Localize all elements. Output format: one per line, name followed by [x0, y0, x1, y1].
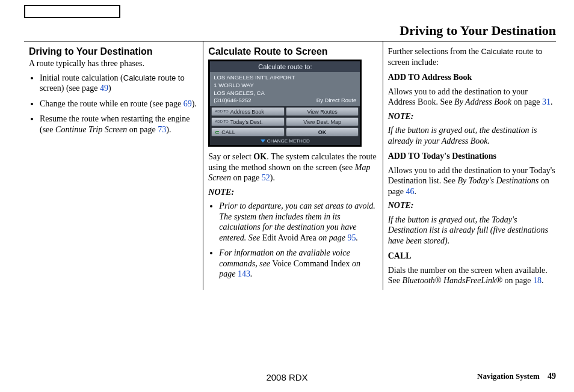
screenshot-btn-address-book: ADD TOAddress Book — [211, 107, 285, 116]
text: ). — [192, 99, 197, 108]
page-ref[interactable]: 46 — [406, 187, 415, 196]
call-icon: ⊂ — [215, 129, 220, 135]
btn-prefix: ADD TO — [215, 110, 228, 113]
page-ref[interactable]: 18 — [533, 276, 542, 285]
screenshot-btn-call: ⊂CALL — [211, 127, 285, 136]
page-ref[interactable]: 143 — [238, 269, 250, 278]
content-columns: Driving to Your Destination A route typi… — [24, 41, 556, 290]
screenshot-line: 1 WORLD WAY — [214, 82, 356, 90]
column-1: Driving to Your Destination A route typi… — [24, 41, 203, 290]
text-italic: Continue Trip Screen — [55, 125, 127, 134]
section-text: Dials the number on the screen when avai… — [388, 265, 556, 286]
column-2: Calculate Route to Screen Calculate rout… — [203, 41, 383, 290]
top-empty-box — [24, 5, 120, 18]
text: . — [250, 269, 253, 278]
text: on page — [511, 97, 542, 106]
text-sans: Calculate route to — [481, 47, 542, 56]
footer-label: Navigation System — [477, 372, 540, 381]
text: Initial route calculation ( — [40, 73, 123, 82]
footer-model: 2008 RDX — [266, 372, 307, 382]
col1-list: Initial route calculation (Calculate rou… — [29, 73, 197, 135]
screenshot-btn-ok: OK — [286, 127, 359, 136]
section-heading: ADD TO Address Book — [388, 72, 556, 83]
text: screen include: — [388, 58, 439, 67]
text: ). — [166, 125, 171, 134]
text-sans: Calculate route to — [123, 73, 185, 82]
text: on page — [502, 276, 533, 285]
text: . — [415, 187, 417, 196]
col2-paragraph: Say or select OK. The system calculates … — [208, 152, 376, 183]
footer-pager: Navigation System 49 — [477, 372, 556, 381]
btn-label: CALL — [221, 129, 235, 135]
note-heading: NOTE: — [388, 111, 556, 122]
section-heading: CALL — [388, 251, 556, 262]
page-title: Driving to Your Destination — [24, 23, 556, 41]
text: Say or select — [208, 152, 253, 161]
screenshot-footer: CHANGE METHOD — [210, 138, 360, 145]
screenshot-line: LOS ANGELES, CA — [214, 90, 356, 97]
screenshot-body: LOS ANGELES INT'L AIRPORT 1 WORLD WAY LO… — [210, 72, 360, 106]
list-item: For information on the available voice c… — [219, 248, 376, 280]
page-ref[interactable]: 31 — [542, 97, 551, 106]
list-item: Change the route while en route (see pag… — [40, 99, 197, 109]
nav-screenshot: Calculate route to: LOS ANGELES INT'L AI… — [208, 60, 362, 147]
section-heading: ADD TO Today's Destinations — [388, 151, 556, 162]
screenshot-title: Calculate route to: — [210, 61, 360, 72]
screenshot-line: LOS ANGELES INT'L AIRPORT — [214, 74, 356, 82]
note-text: If the button is grayed out, the destina… — [388, 125, 556, 146]
section-text: Allows you to add the destination to you… — [388, 165, 556, 197]
text: Change the route while en route (see pag… — [40, 99, 184, 108]
screenshot-route: By Direct Route — [316, 97, 357, 105]
text: ). — [270, 173, 275, 182]
note-heading: NOTE: — [388, 200, 556, 211]
text: on page — [316, 233, 348, 242]
triangle-down-icon — [261, 139, 265, 142]
note-list: Prior to departure, you can set areas to… — [208, 201, 376, 280]
col1-heading: Driving to Your Destination — [29, 46, 197, 57]
page-ref[interactable]: 95 — [347, 233, 356, 242]
page-ref[interactable]: 52 — [262, 173, 270, 182]
text: . — [542, 276, 544, 285]
screenshot-footer-text: CHANGE METHOD — [267, 138, 310, 144]
page-ref[interactable]: 69 — [184, 99, 192, 108]
text-roman: Voice Command Index — [273, 259, 350, 268]
page-ref[interactable]: 49 — [100, 84, 108, 93]
screenshot-btn-view-dest-map: View Dest. Map — [286, 117, 359, 126]
btn-prefix: ADD TO — [215, 120, 228, 123]
note-text: If the button is grayed out, the Today's… — [388, 215, 556, 247]
screenshot-btn-view-routes: View Routes — [286, 107, 359, 116]
list-item: Prior to departure, you can set areas to… — [219, 201, 376, 243]
text: on page — [231, 173, 262, 182]
column-3: Further selections from the Calculate ro… — [383, 41, 556, 290]
btn-label: Address Book — [230, 109, 264, 115]
text-italic: Bluetooth® HandsFreeLink® — [402, 276, 502, 285]
section-text: Allows you to add the destination to you… — [388, 87, 556, 108]
screenshot-buttons: ADD TOAddress Book View Routes ADD TOTod… — [210, 106, 360, 138]
col1-intro: A route typically has three phases. — [29, 58, 197, 69]
text: screen) (see page — [40, 84, 100, 93]
text: on page — [127, 125, 158, 134]
list-item: Resume the route when restarting the eng… — [40, 114, 197, 135]
note-heading: NOTE: — [208, 187, 376, 198]
list-item: Initial route calculation (Calculate rou… — [40, 73, 197, 94]
text: . — [356, 233, 358, 242]
col3-intro: Further selections from the Calculate ro… — [388, 46, 556, 67]
text-bold: OK — [253, 152, 267, 161]
screenshot-btn-todays-dest: ADD TOToday's Dest. — [211, 117, 285, 126]
text-italic: By Address Book — [454, 97, 511, 106]
btn-label: Today's Dest. — [230, 119, 263, 125]
page-number: 49 — [548, 372, 556, 381]
text: ) — [108, 84, 111, 93]
page-ref[interactable]: 73 — [158, 125, 166, 134]
text: . — [551, 97, 553, 106]
text-roman: Edit Avoid Area — [262, 233, 316, 242]
text: Further selections from the — [388, 47, 481, 56]
text-italic: By Today's Destinations — [458, 176, 539, 185]
col2-heading: Calculate Route to Screen — [208, 46, 376, 57]
